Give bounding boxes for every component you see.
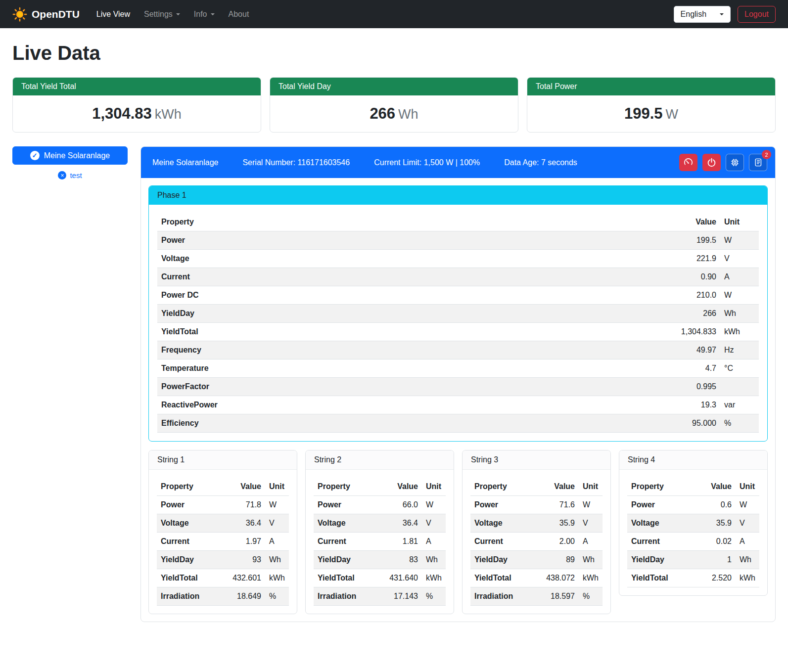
row-unit: W bbox=[720, 231, 759, 250]
row-value: 17.143 bbox=[380, 587, 422, 606]
table-header-row: Property Value Unit bbox=[314, 478, 446, 496]
column-header-unit: Unit bbox=[265, 478, 289, 496]
row-unit: A bbox=[579, 533, 603, 551]
string-table: Property Value Unit Power 0.6 bbox=[627, 478, 759, 587]
table-row: Irradiation 18.649 % bbox=[157, 587, 289, 606]
row-property: YieldTotal bbox=[157, 569, 223, 587]
device-info-button[interactable] bbox=[726, 154, 744, 171]
table-row: Current 0.90 A bbox=[157, 268, 759, 286]
nav-item-settings[interactable]: Settings bbox=[138, 6, 186, 23]
row-value: 2.00 bbox=[537, 533, 579, 551]
row-value: 66.0 bbox=[380, 496, 422, 514]
row-unit: kWh bbox=[422, 569, 446, 587]
row-unit: V bbox=[579, 514, 603, 533]
summary-card-unit: kWh bbox=[155, 107, 182, 122]
row-value: 1,304.833 bbox=[620, 323, 720, 341]
check-circle-icon: ✓ bbox=[30, 151, 40, 160]
row-property: Irradiation bbox=[470, 587, 537, 606]
string-table: Property Value Unit Power 66.0 bbox=[314, 478, 446, 606]
brand[interactable]: OpenDTU bbox=[12, 7, 80, 22]
table-row: Power 66.0 W bbox=[314, 496, 446, 514]
row-unit: % bbox=[265, 587, 289, 606]
power-icon bbox=[707, 158, 716, 167]
string-title: String 4 bbox=[619, 450, 767, 470]
row-value: 89 bbox=[537, 551, 579, 569]
summary-card-value: 199.5 bbox=[624, 105, 663, 122]
row-value: 35.9 bbox=[694, 514, 736, 533]
column-header-unit: Unit bbox=[736, 478, 759, 496]
table-header-row: Property Value Unit bbox=[627, 478, 759, 496]
phase-card: Phase 1 Property Value Unit bbox=[148, 185, 768, 442]
inverter-data-age: Data Age: 7 seconds bbox=[504, 158, 577, 167]
string-title: String 3 bbox=[463, 450, 610, 470]
table-row: YieldTotal 438.072 kWh bbox=[470, 569, 603, 587]
navbar-right: English Logout bbox=[674, 6, 776, 23]
row-unit: kWh bbox=[579, 569, 603, 587]
inverter-select-button[interactable]: ✓ Meine Solaranlage bbox=[12, 146, 128, 165]
summary-card-total-power: Total Power 199.5W bbox=[527, 77, 776, 133]
row-value: 95.000 bbox=[620, 414, 720, 433]
page: OpenDTU Live View Settings Info About En… bbox=[0, 0, 788, 672]
row-property: PowerFactor bbox=[157, 378, 620, 396]
row-unit: V bbox=[736, 514, 759, 533]
inverter-select-test[interactable]: × test bbox=[12, 171, 128, 179]
column-header-unit: Unit bbox=[579, 478, 603, 496]
inverter-panel: Meine Solaranlage Serial Number: 1161716… bbox=[140, 146, 776, 622]
row-property: Irradiation bbox=[157, 587, 223, 606]
column-header-property: Property bbox=[314, 478, 380, 496]
event-log-button[interactable]: 2 bbox=[749, 154, 767, 171]
inverter-select-label: Meine Solaranlage bbox=[44, 151, 110, 160]
string-body: Property Value Unit Power 66.0 bbox=[306, 470, 454, 614]
string-body: Property Value Unit Power 71.6 bbox=[463, 470, 610, 614]
row-unit: W bbox=[265, 496, 289, 514]
row-unit: Wh bbox=[579, 551, 603, 569]
row-property: Frequency bbox=[157, 341, 620, 359]
summary-card-body: 199.5W bbox=[527, 95, 775, 132]
column-header-value: Value bbox=[223, 478, 266, 496]
row-value: 266 bbox=[620, 305, 720, 323]
nav-item-info-label: Info bbox=[194, 10, 207, 18]
row-value: 49.97 bbox=[620, 341, 720, 359]
power-button[interactable] bbox=[702, 154, 721, 171]
row-value: 36.4 bbox=[223, 514, 266, 533]
row-unit: W bbox=[720, 286, 759, 305]
row-value: 1.81 bbox=[380, 533, 422, 551]
row-property: Efficiency bbox=[157, 414, 620, 433]
row-property: Voltage bbox=[627, 514, 694, 533]
summary-card-total-yield-total: Total Yield Total 1,304.83kWh bbox=[12, 77, 261, 133]
table-row: YieldDay 83 Wh bbox=[314, 551, 446, 569]
sun-logo-icon bbox=[12, 7, 27, 22]
table-row: Current 1.97 A bbox=[157, 533, 289, 551]
row-unit: Wh bbox=[720, 305, 759, 323]
column-header-value: Value bbox=[694, 478, 736, 496]
column-header-property: Property bbox=[627, 478, 694, 496]
limit-settings-button[interactable] bbox=[679, 154, 697, 171]
summary-card-unit: W bbox=[666, 107, 678, 122]
nav-item-about[interactable]: About bbox=[223, 6, 255, 23]
column-header-property: Property bbox=[470, 478, 537, 496]
table-row: YieldDay 266 Wh bbox=[157, 305, 759, 323]
row-property: YieldDay bbox=[157, 305, 620, 323]
summary-card-title: Total Power bbox=[527, 78, 775, 95]
table-row: Power 71.8 W bbox=[157, 496, 289, 514]
logout-button[interactable]: Logout bbox=[738, 6, 776, 23]
language-select[interactable]: English bbox=[674, 6, 731, 23]
inverter-list: ✓ Meine Solaranlage × test bbox=[12, 146, 128, 179]
table-row: Voltage 35.9 V bbox=[470, 514, 603, 533]
strings-row: String 1 Property Value Unit bbox=[148, 450, 768, 614]
table-row: Frequency 49.97 Hz bbox=[157, 341, 759, 359]
string-body: Property Value Unit Power 0.6 bbox=[619, 470, 767, 595]
row-unit: Wh bbox=[422, 551, 446, 569]
string-body: Property Value Unit Power 71.8 bbox=[149, 470, 297, 614]
string-card-1: String 1 Property Value Unit bbox=[148, 450, 297, 614]
nav-item-info[interactable]: Info bbox=[188, 6, 221, 23]
row-value: 1 bbox=[694, 551, 736, 569]
table-row: Voltage 36.4 V bbox=[314, 514, 446, 533]
main-container: Live Data Total Yield Total 1,304.83kWh … bbox=[0, 28, 788, 636]
row-unit: kWh bbox=[265, 569, 289, 587]
summary-card-total-yield-day: Total Yield Day 266Wh bbox=[270, 77, 518, 133]
row-unit: Wh bbox=[265, 551, 289, 569]
string-card-2: String 2 Property Value Unit bbox=[305, 450, 454, 614]
nav-item-live-view[interactable]: Live View bbox=[91, 6, 136, 23]
row-unit: °C bbox=[720, 359, 759, 378]
